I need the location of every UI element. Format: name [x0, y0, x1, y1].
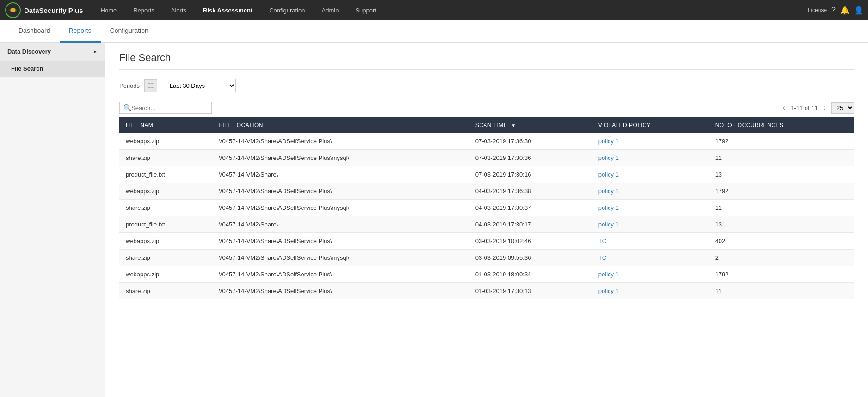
periods-label: Periods [119, 82, 140, 89]
subnav-dashboard[interactable]: Dashboard [9, 20, 60, 43]
cell-file-location: \\0457-14-VM2\Share\ADSelfService Plus\ [212, 266, 468, 283]
page-title: File Search [119, 52, 854, 70]
cell-occurrences: 1792 [709, 183, 854, 200]
table-header-row: FILE NAME FILE LOCATION SCAN TIME ▼ VIOL… [119, 117, 854, 133]
nav-risk-assessment[interactable]: Risk Assessment [195, 0, 261, 20]
col-occurrences: NO. OF OCCURRENCES [709, 117, 854, 133]
table-row[interactable]: webapps.zip \\0457-14-VM2\Share\ADSelfSe… [119, 266, 854, 283]
cell-occurrences: 13 [709, 166, 854, 183]
cell-occurrences: 1792 [709, 133, 854, 150]
cell-scan-time: 01-03-2019 18:00:34 [469, 266, 592, 283]
sidebar-group-header-data-discovery[interactable]: Data Discovery ► [0, 43, 105, 61]
cell-scan-time: 04-03-2019 17:36:38 [469, 183, 592, 200]
sub-navigation: Dashboard Reports Configuration [0, 20, 868, 43]
table-row[interactable]: product_file.txt \\0457-14-VM2\Share\ 04… [119, 216, 854, 233]
cell-file-location: \\0457-14-VM2\Share\ADSelfService Plus\m… [212, 150, 468, 166]
cell-violated-policy: TC [592, 250, 709, 266]
cell-file-name: product_file.txt [119, 166, 212, 183]
table-row[interactable]: share.zip \\0457-14-VM2\Share\ADSelfServ… [119, 200, 854, 216]
chevron-right-icon: ► [93, 49, 98, 54]
cell-file-name: webapps.zip [119, 233, 212, 250]
cell-occurrences: 402 [709, 233, 854, 250]
cell-file-name: webapps.zip [119, 133, 212, 150]
cell-occurrences: 11 [709, 283, 854, 299]
table-row[interactable]: webapps.zip \\0457-14-VM2\Share\ADSelfSe… [119, 133, 854, 150]
notification-icon[interactable]: 🔔 [840, 6, 850, 15]
cell-file-location: \\0457-14-VM2\Share\ADSelfService Plus\m… [212, 200, 468, 216]
top-navigation: DataSecurity Plus Home Reports Alerts Ri… [0, 0, 868, 20]
top-nav-right: License ? 🔔 👤 [808, 6, 863, 15]
cell-file-location: \\0457-14-VM2\Share\ADSelfService Plus\ [212, 133, 468, 150]
cell-file-name: share.zip [119, 200, 212, 216]
top-nav-items: Home Reports Alerts Risk Assessment Conf… [92, 0, 808, 20]
nav-configuration[interactable]: Configuration [261, 0, 313, 20]
sort-icon: ▼ [511, 123, 516, 128]
subnav-reports[interactable]: Reports [60, 20, 101, 43]
periods-select[interactable]: Last 30 Days [162, 79, 236, 92]
cell-violated-policy: TC [592, 233, 709, 250]
cell-file-name: share.zip [119, 250, 212, 266]
brand-logo-area: DataSecurity Plus [5, 2, 83, 18]
cell-file-location: \\0457-14-VM2\Share\ [212, 216, 468, 233]
nav-home[interactable]: Home [92, 0, 125, 20]
user-icon[interactable]: 👤 [854, 6, 863, 15]
cell-scan-time: 07-03-2019 17:30:16 [469, 166, 592, 183]
cell-violated-policy: policy 1 [592, 150, 709, 166]
cell-violated-policy: policy 1 [592, 133, 709, 150]
pagination-controls: ‹ 1-11 of 11 › 25 [781, 102, 854, 114]
cell-violated-policy: policy 1 [592, 166, 709, 183]
cell-file-name: share.zip [119, 283, 212, 299]
cell-occurrences: 1792 [709, 266, 854, 283]
nav-alerts[interactable]: Alerts [163, 0, 195, 20]
cell-scan-time: 03-03-2019 09:55:36 [469, 250, 592, 266]
table-search-box[interactable]: 🔍 [119, 102, 212, 114]
table-toolbar: 🔍 ‹ 1-11 of 11 › 25 [119, 102, 854, 114]
table-row[interactable]: webapps.zip \\0457-14-VM2\Share\ADSelfSe… [119, 183, 854, 200]
cell-scan-time: 07-03-2019 17:36:30 [469, 133, 592, 150]
search-icon: 🔍 [123, 104, 131, 111]
col-file-location: FILE LOCATION [212, 117, 468, 133]
license-link[interactable]: License [808, 7, 827, 13]
brand-icon [5, 2, 21, 18]
brand-name: DataSecurity Plus [24, 6, 83, 14]
table-row[interactable]: share.zip \\0457-14-VM2\Share\ADSelfServ… [119, 250, 854, 266]
cell-file-name: webapps.zip [119, 266, 212, 283]
table-row[interactable]: share.zip \\0457-14-VM2\Share\ADSelfServ… [119, 283, 854, 299]
col-file-name: FILE NAME [119, 117, 212, 133]
periods-row: Periods ☷ Last 30 Days [119, 79, 854, 92]
nav-reports[interactable]: Reports [125, 0, 163, 20]
cell-file-location: \\0457-14-VM2\Share\ [212, 166, 468, 183]
help-icon[interactable]: ? [831, 6, 836, 14]
table-body: webapps.zip \\0457-14-VM2\Share\ADSelfSe… [119, 133, 854, 299]
table-row[interactable]: product_file.txt \\0457-14-VM2\Share\ 07… [119, 166, 854, 183]
cell-occurrences: 13 [709, 216, 854, 233]
table-row[interactable]: webapps.zip \\0457-14-VM2\Share\ADSelfSe… [119, 233, 854, 250]
cell-scan-time: 03-03-2019 10:02:46 [469, 233, 592, 250]
nav-support[interactable]: Support [347, 0, 385, 20]
calendar-icon[interactable]: ☷ [144, 79, 157, 92]
main-content: File Search Periods ☷ Last 30 Days 🔍 ‹ 1… [105, 43, 868, 397]
page-layout: Data Discovery ► File Search File Search… [0, 43, 868, 397]
cell-scan-time: 07-03-2019 17:30:36 [469, 150, 592, 166]
cell-file-location: \\0457-14-VM2\Share\ADSelfService Plus\m… [212, 250, 468, 266]
cell-violated-policy: policy 1 [592, 266, 709, 283]
cell-violated-policy: policy 1 [592, 200, 709, 216]
cell-violated-policy: policy 1 [592, 283, 709, 299]
cell-occurrences: 11 [709, 200, 854, 216]
prev-page-button[interactable]: ‹ [781, 104, 787, 112]
col-scan-time[interactable]: SCAN TIME ▼ [469, 117, 592, 133]
next-page-button[interactable]: › [822, 104, 828, 112]
cell-file-name: share.zip [119, 150, 212, 166]
sidebar-item-file-search[interactable]: File Search [0, 61, 105, 77]
nav-admin[interactable]: Admin [314, 0, 347, 20]
cell-file-location: \\0457-14-VM2\Share\ADSelfService Plus\ [212, 233, 468, 250]
subnav-configuration[interactable]: Configuration [101, 20, 158, 43]
table-row[interactable]: share.zip \\0457-14-VM2\Share\ADSelfServ… [119, 150, 854, 166]
cell-file-location: \\0457-14-VM2\Share\ADSelfService Plus\ [212, 183, 468, 200]
page-size-select[interactable]: 25 [831, 102, 854, 114]
search-input[interactable] [131, 104, 208, 111]
cell-occurrences: 2 [709, 250, 854, 266]
cell-file-name: webapps.zip [119, 183, 212, 200]
data-table: FILE NAME FILE LOCATION SCAN TIME ▼ VIOL… [119, 117, 854, 299]
sidebar-group-data-discovery: Data Discovery ► File Search [0, 43, 105, 77]
